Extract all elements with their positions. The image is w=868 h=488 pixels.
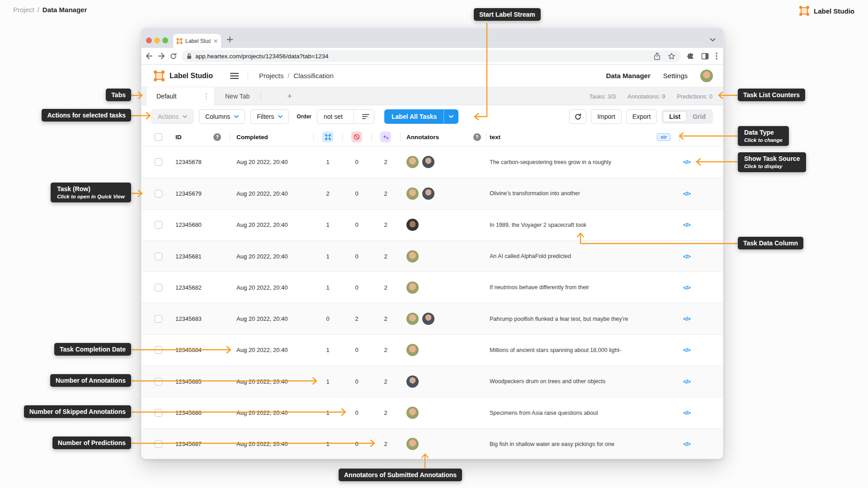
table-row[interactable]: 12345682Aug 20 2022, 20:40102If neutrino… <box>142 272 723 303</box>
row-checkbox[interactable] <box>155 253 162 260</box>
task-text: If neutrinos behave differently from the… <box>486 272 651 303</box>
maximize-window-button[interactable] <box>162 38 168 43</box>
app-logo-icon[interactable] <box>153 70 165 82</box>
close-window-button[interactable] <box>146 38 152 43</box>
table-row[interactable]: 12345687Aug 20 2022, 20:40102Big fish in… <box>142 428 723 459</box>
user-avatar[interactable] <box>700 70 713 82</box>
tab-search-chevron-icon[interactable] <box>710 35 716 43</box>
side-panel-icon[interactable] <box>701 52 709 60</box>
callout-number-of-predictions: Number of Predictions <box>52 436 131 449</box>
nav-projects-link[interactable]: Projects <box>259 72 283 80</box>
bookmark-star-icon[interactable] <box>668 52 675 60</box>
help-icon[interactable]: ? <box>213 133 221 141</box>
column-header-annotations[interactable] <box>313 128 342 146</box>
task-completed-date: Aug 20 2022, 20:40 <box>230 178 313 209</box>
table-row[interactable]: 12345685Aug 20 2022, 20:40102Woodpeckers… <box>142 366 723 397</box>
show-source-icon[interactable]: </> <box>683 409 690 416</box>
checkbox-cell <box>148 178 169 209</box>
annotations-counter: Annotations: 9 <box>627 93 665 99</box>
column-header-predictions[interactable] <box>371 128 400 146</box>
skipped-annotations-count: 0 <box>342 429 371 459</box>
back-icon[interactable] <box>145 52 153 60</box>
row-checkbox[interactable] <box>155 190 162 197</box>
actions-button[interactable]: Actions <box>151 109 193 124</box>
data-type-badge[interactable]: str <box>657 133 670 141</box>
label-all-tasks-chevron-icon[interactable] <box>443 109 458 124</box>
breadcrumb-project[interactable]: Project <box>13 6 34 14</box>
table-row[interactable]: 12345679Aug 20 2022, 20:40202Olivine’s t… <box>142 178 723 209</box>
source-cell: </> <box>651 429 723 459</box>
column-header-annotators[interactable]: Annotators <box>400 128 468 146</box>
row-checkbox[interactable] <box>155 378 162 385</box>
page-brand: Label Studio <box>799 5 854 16</box>
show-source-icon[interactable]: </> <box>683 315 690 322</box>
import-button[interactable]: Import <box>591 109 622 124</box>
column-header-text[interactable]: text <box>486 128 651 146</box>
chevron-down-icon <box>183 115 187 118</box>
new-tab-icon[interactable] <box>226 36 233 45</box>
columns-button[interactable]: Columns <box>199 109 245 124</box>
view-toggle: List Grid <box>661 109 713 124</box>
table-row[interactable]: 12345678Aug 20 2022, 20:40102The carbon-… <box>142 146 723 178</box>
annotators-cell <box>400 210 468 240</box>
row-checkbox[interactable] <box>155 284 162 291</box>
column-header-id[interactable]: ID <box>169 128 205 146</box>
help-icon[interactable]: ? <box>473 133 481 141</box>
select-all-checkbox[interactable] <box>155 133 162 141</box>
import-label: Import <box>597 113 615 120</box>
annotators-spacer <box>468 429 486 459</box>
annotators-spacer <box>468 178 486 209</box>
hamburger-menu-icon[interactable] <box>230 73 239 79</box>
browser-tab[interactable]: Label Studio ✕ <box>173 34 221 48</box>
reload-icon[interactable] <box>170 52 177 60</box>
share-icon[interactable] <box>654 52 660 60</box>
minimize-window-button[interactable] <box>154 38 160 43</box>
column-header-cancelled[interactable] <box>342 128 371 146</box>
export-button[interactable]: Export <box>626 109 657 124</box>
row-checkbox[interactable] <box>155 440 162 448</box>
view-list-button[interactable]: List <box>663 111 687 122</box>
source-cell: </> <box>651 272 723 303</box>
data-manager-link[interactable]: Data Manager <box>606 72 650 80</box>
order-button[interactable]: not set <box>317 109 374 124</box>
table-row[interactable]: 12345683Aug 20 2022, 20:40022Pahrump poo… <box>142 303 723 334</box>
table-row[interactable]: 12345686Aug 20 2022, 20:40102Specimens f… <box>142 397 723 428</box>
forward-icon[interactable] <box>157 52 165 60</box>
show-source-icon[interactable]: </> <box>683 378 690 385</box>
extensions-puzzle-icon[interactable] <box>687 52 694 60</box>
row-checkbox[interactable] <box>155 315 162 323</box>
refresh-button[interactable] <box>569 109 586 124</box>
show-source-icon[interactable]: </> <box>683 221 690 228</box>
table-row[interactable]: 12345681Aug 20 2022, 20:40102An AI calle… <box>142 240 723 272</box>
view-grid-button[interactable]: Grid <box>687 112 712 122</box>
show-source-icon[interactable]: </> <box>683 347 690 353</box>
show-source-icon[interactable]: </> <box>683 441 690 447</box>
show-source-icon[interactable]: </> <box>683 159 690 165</box>
row-checkbox[interactable] <box>155 221 162 229</box>
settings-link[interactable]: Settings <box>663 72 688 80</box>
skipped-annotations-count: 0 <box>342 178 371 209</box>
tab-default[interactable]: Default ⋮ <box>146 87 215 105</box>
show-source-icon[interactable]: </> <box>683 190 690 197</box>
id-spacer <box>205 146 230 178</box>
table-row[interactable]: 12345680Aug 20 2022, 20:40102In 1989, th… <box>142 209 723 240</box>
label-all-tasks-button[interactable]: Label All Tasks <box>384 109 458 124</box>
browser-menu-icon[interactable] <box>716 52 717 60</box>
row-checkbox[interactable] <box>155 158 162 166</box>
row-checkbox[interactable] <box>155 346 162 354</box>
task-text: In 1989, the Voyager 2 spacecraft took <box>486 210 651 240</box>
sort-order-icon[interactable] <box>358 114 374 119</box>
tab-close-icon[interactable]: ✕ <box>213 38 218 44</box>
task-text: An AI called AlphaFold predicted <box>486 241 651 272</box>
show-source-icon[interactable]: </> <box>683 253 690 260</box>
url-field[interactable]: app.heartex.com/projects/123456/data?tab… <box>181 50 681 62</box>
tab-new[interactable]: New Tab <box>225 93 250 100</box>
add-tab-button[interactable]: + <box>287 91 292 101</box>
row-checkbox[interactable] <box>155 409 162 417</box>
show-source-icon[interactable]: </> <box>683 284 690 291</box>
tab-default-label: Default <box>156 93 203 100</box>
tab-options-kebab-icon[interactable]: ⋮ <box>203 95 210 98</box>
table-row[interactable]: 12345684Aug 20 2022, 20:40102Millions of… <box>142 334 723 366</box>
column-header-completed[interactable]: Completed <box>230 128 313 146</box>
filters-button[interactable]: Filters <box>250 109 289 124</box>
